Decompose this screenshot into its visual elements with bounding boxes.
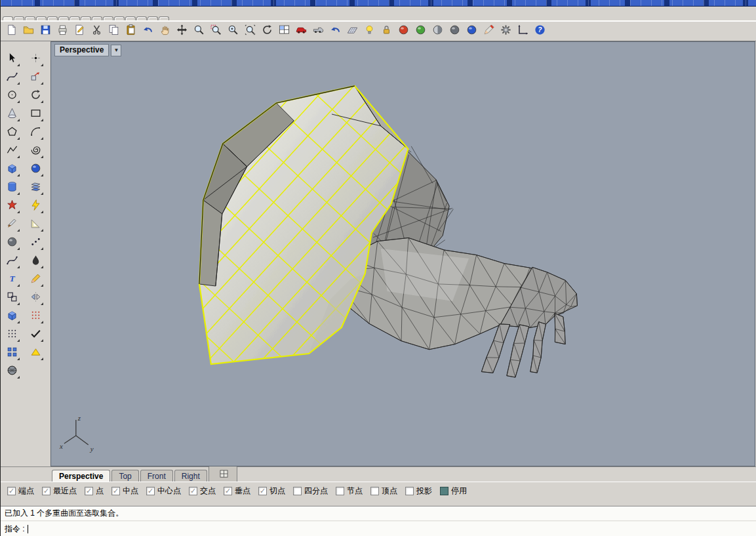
bulb-button[interactable] [361,23,378,39]
gear-button[interactable] [498,23,514,39]
cut-button[interactable] [89,23,105,39]
toolbar-tab[interactable] [3,16,13,20]
red-pen-button[interactable] [481,23,497,39]
rotate-view-button[interactable] [259,23,275,39]
group-button[interactable] [3,289,21,306]
toolbar-tab[interactable] [14,16,24,20]
osnap-checkbox[interactable] [146,487,155,495]
setsquare-button[interactable] [26,216,45,233]
pencil-button[interactable] [26,271,45,288]
menu-bar-clipped[interactable] [1,0,756,7]
viewport-tab[interactable]: Right [174,470,207,482]
padlock-button[interactable] [378,23,395,39]
text-button[interactable]: T [3,271,21,288]
spiral-button[interactable] [26,142,45,159]
toolbar-tab[interactable] [70,16,80,20]
cone-button[interactable] [3,106,21,123]
osnap-toggle[interactable]: 四分点 [293,485,328,497]
osnap-toggle[interactable]: 中点 [111,485,138,497]
toolbar-tab[interactable] [114,16,125,20]
half-sphere-button[interactable] [429,23,446,39]
cplane-grid-button[interactable] [344,23,361,39]
osnap-toggle[interactable]: 垂点 [224,485,250,497]
mesh-sphere-button[interactable] [3,363,21,380]
lightning-button[interactable] [26,197,45,215]
osnap-toggle[interactable]: 切点 [258,485,285,497]
open-folder-button[interactable] [20,23,37,39]
toolbar-tab[interactable] [92,16,102,20]
osnap-checkbox[interactable] [7,487,16,495]
zoom-target-button[interactable] [225,23,241,39]
viewport-grid-button[interactable] [276,23,292,39]
toolbar-tab[interactable] [25,16,35,20]
pan-hand-button[interactable] [157,23,173,39]
osnap-toggle[interactable]: 投影 [405,485,432,497]
paste-button[interactable] [123,23,139,39]
point-button[interactable] [26,51,45,68]
rotate-button[interactable] [26,87,45,104]
red-car-button[interactable] [293,23,309,39]
red-sphere-button[interactable] [395,23,412,39]
polyline-button[interactable] [3,142,21,159]
slab-button[interactable] [26,179,45,196]
rectangle-button[interactable] [26,106,45,123]
osnap-toggle[interactable]: 中心点 [146,485,181,497]
toolbar-tab[interactable] [36,16,47,20]
new-document-button[interactable] [3,23,20,39]
toolbar-tab[interactable] [136,16,147,20]
zoom-button[interactable] [191,23,207,39]
dark-sphere-button[interactable] [3,234,21,251]
osnap-toggle[interactable]: 最近点 [42,485,77,497]
wedge-button[interactable] [26,344,45,361]
red-grid-button[interactable] [26,308,45,325]
cursor-button[interactable] [3,51,21,68]
print-button[interactable] [54,23,71,39]
gray-truck-button[interactable] [310,23,327,39]
osnap-toggle[interactable]: 点 [85,485,104,497]
viewport-title[interactable]: Perspective ▼ [54,44,121,56]
dark-sphere-button[interactable] [447,23,463,39]
green-sphere-button[interactable] [412,23,429,39]
polygon-button[interactable] [3,124,21,141]
corner-ruler-button[interactable] [515,23,531,39]
osnap-checkbox[interactable] [189,487,197,495]
osnap-checkbox[interactable] [336,487,344,495]
viewport-tab[interactable]: Top [111,470,138,482]
osnap-toggle[interactable]: 端点 [7,485,34,497]
toolbar-tab[interactable] [148,16,158,20]
osnap-checkbox[interactable] [258,487,267,495]
osnap-checkbox[interactable] [42,487,50,495]
drop-button[interactable] [26,253,45,270]
pencil-page-button[interactable] [71,23,88,39]
command-input-line[interactable]: 指令 : [1,521,756,536]
copy-button[interactable] [106,23,122,39]
toolbar-tab[interactable] [125,16,136,20]
osnap-toggle[interactable]: 节点 [336,485,363,497]
control-curve-button[interactable] [3,69,21,86]
array-button[interactable] [3,344,21,361]
osnap-toggle[interactable]: 停用 [440,485,467,497]
cube-button[interactable] [3,161,21,178]
zoom-extents-button[interactable] [242,23,258,39]
osnap-checkbox[interactable] [405,487,414,495]
dot-grid-button[interactable] [3,326,21,343]
question-button[interactable]: ? [532,23,548,39]
undo-button[interactable] [140,23,156,39]
osnap-checkbox[interactable] [293,487,302,495]
viewport-title-menu-icon[interactable]: ▼ [111,45,121,56]
osnap-checkbox[interactable] [224,487,232,495]
circle-button[interactable] [3,87,21,104]
toolbar-tab[interactable] [47,16,58,20]
surface-cube-button[interactable] [3,308,21,325]
three-dots-button[interactable] [26,234,45,251]
toolbar-tab[interactable] [81,16,91,20]
toolbar-tab[interactable] [159,16,169,20]
arc-button[interactable] [26,124,45,141]
osnap-toggle[interactable]: 顶点 [370,485,397,497]
viewport-tab[interactable] [209,465,237,482]
perspective-viewport[interactable]: Perspective ▼ zxy [50,41,755,466]
move-button[interactable] [174,23,190,39]
star-button[interactable] [3,197,21,215]
viewport-tab[interactable]: Perspective [52,470,110,482]
toolbar-tab[interactable] [103,16,113,20]
